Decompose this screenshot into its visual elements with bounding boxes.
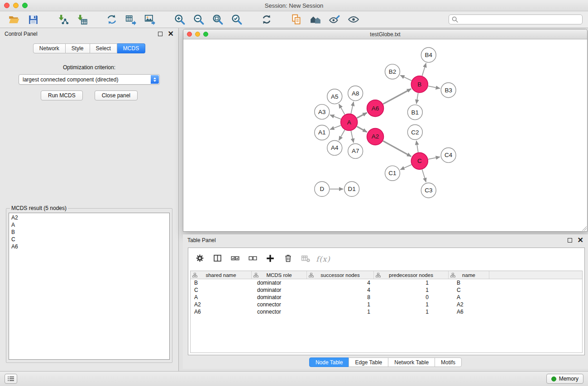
network-node-A5[interactable]: A5	[327, 89, 342, 104]
network-edge-A-A7[interactable]	[351, 131, 354, 143]
network-edge-C-C2[interactable]	[416, 141, 418, 152]
tab-motifs[interactable]: Motifs	[435, 357, 462, 367]
network-window-titlebar[interactable]: testGlobe.txt	[183, 29, 587, 39]
tab-mcds[interactable]: MCDS	[117, 43, 145, 53]
network-minimize-icon[interactable]	[195, 32, 200, 37]
tab-network-table[interactable]: Network Table	[388, 357, 435, 367]
network-node-C4[interactable]: C4	[441, 148, 456, 162]
zoom-selected-button[interactable]	[227, 12, 246, 27]
network-canvas[interactable]: B4B2BB3A5A8A6A3B1AC2A1A2A4A7C4CC1C3DD1	[183, 39, 587, 231]
clear-table-button[interactable]	[299, 252, 312, 266]
network-node-C[interactable]: C	[411, 152, 428, 169]
zoom-out-button[interactable]	[189, 12, 208, 27]
memory-button[interactable]: Memory	[546, 374, 583, 384]
eye-button[interactable]	[344, 12, 363, 27]
column-header-mcds-role[interactable]: MCDS role	[252, 271, 307, 279]
network-edge-B-B3[interactable]	[428, 86, 440, 88]
list-item[interactable]: A2	[9, 214, 169, 221]
column-header-name[interactable]: name	[449, 271, 489, 279]
minimize-window-icon[interactable]	[13, 3, 19, 8]
tab-edge-table[interactable]: Edge Table	[349, 357, 388, 367]
split-columns-button[interactable]	[210, 252, 224, 266]
gear-button[interactable]	[193, 252, 206, 266]
network-edge-A6-B[interactable]	[383, 89, 411, 104]
function-button[interactable]: f(x)	[316, 252, 330, 266]
network-edge-B-B2[interactable]	[400, 75, 411, 81]
mcds-result-list[interactable]: A2ABCA6	[9, 213, 170, 360]
network-node-B[interactable]: B	[411, 76, 428, 93]
network-node-C3[interactable]: C3	[421, 183, 436, 198]
network-node-A7[interactable]: A7	[348, 143, 363, 158]
network-edge-B-B4[interactable]	[422, 63, 426, 76]
network-node-B2[interactable]: B2	[385, 64, 400, 79]
network-edge-C-C1[interactable]	[400, 165, 411, 170]
network-node-C2[interactable]: C2	[407, 125, 422, 140]
zoom-in-button[interactable]	[170, 12, 189, 27]
tab-node-table[interactable]: Node Table	[309, 357, 349, 367]
table-row[interactable]: Cdominator41C	[191, 286, 582, 294]
network-node-A2[interactable]: A2	[367, 129, 384, 145]
network-node-A3[interactable]: A3	[315, 105, 330, 119]
network-edge-A-A4[interactable]	[339, 130, 345, 140]
list-item[interactable]: C	[9, 236, 169, 243]
resize-grip[interactable]	[581, 225, 587, 231]
column-header-predecessor-nodes[interactable]: predecessor nodes	[374, 271, 449, 279]
zoom-window-icon[interactable]	[22, 3, 28, 8]
list-item[interactable]: B	[9, 229, 169, 236]
network-edge-A-A2[interactable]	[357, 126, 367, 132]
export-network-button[interactable]	[102, 12, 121, 27]
import-network-button[interactable]	[53, 12, 72, 27]
network-node-D[interactable]: D	[315, 181, 330, 196]
list-item[interactable]: A	[9, 221, 169, 229]
network-edge-A-A5[interactable]	[339, 104, 345, 114]
network-edge-C-C4[interactable]	[428, 157, 440, 159]
run-mcds-button[interactable]: Run MCDS	[41, 91, 83, 100]
network-edge-C-C3[interactable]	[422, 169, 426, 182]
network-zoom-icon[interactable]	[203, 32, 208, 37]
network-edge-A-A3[interactable]	[330, 115, 341, 119]
tab-network[interactable]: Network	[33, 43, 66, 53]
export-image-button[interactable]	[140, 12, 159, 27]
select-all-button[interactable]	[228, 252, 242, 266]
network-node-A6[interactable]: A6	[367, 100, 384, 117]
table-row[interactable]: A6connector11A6	[191, 308, 582, 315]
network-node-B4[interactable]: B4	[421, 48, 436, 62]
network-node-D1[interactable]: D1	[344, 181, 359, 196]
tab-style[interactable]: Style	[66, 43, 90, 53]
houses-button[interactable]	[306, 12, 325, 27]
close-panel-button[interactable]: Close panel	[95, 91, 138, 100]
add-row-button[interactable]	[263, 252, 277, 266]
table-row[interactable]: Bdominator41B	[191, 279, 582, 286]
network-edge-A2-C[interactable]	[383, 141, 411, 156]
list-item[interactable]: A6	[9, 243, 169, 250]
column-header-successor-nodes[interactable]: successor nodes	[307, 271, 374, 279]
tab-select[interactable]: Select	[90, 43, 117, 53]
eye-pencil-button[interactable]	[325, 12, 344, 27]
open-folder-button[interactable]	[5, 12, 24, 27]
float-panel-icon[interactable]	[158, 32, 163, 36]
network-node-A[interactable]: A	[341, 114, 358, 131]
table-row[interactable]: A2connector11A2	[191, 301, 582, 308]
network-node-A4[interactable]: A4	[327, 140, 342, 155]
optimization-criterion-select[interactable]: largest connected component (directed)	[19, 74, 160, 85]
unselect-all-button[interactable]	[246, 252, 259, 266]
task-history-icon[interactable]	[5, 374, 17, 384]
network-edge-A-A6[interactable]	[357, 113, 367, 118]
network-close-icon[interactable]	[187, 32, 192, 37]
close-panel-icon[interactable]: ✕	[168, 30, 174, 38]
documents-button[interactable]	[287, 12, 306, 27]
network-node-B1[interactable]: B1	[407, 105, 422, 120]
search-input[interactable]	[449, 14, 583, 24]
network-node-C1[interactable]: C1	[385, 166, 400, 181]
network-node-B3[interactable]: B3	[441, 83, 456, 98]
network-edge-B-B1[interactable]	[416, 93, 418, 104]
column-header-shared-name[interactable]: shared name	[191, 271, 252, 279]
network-edge-A-A8[interactable]	[351, 102, 354, 114]
save-disk-button[interactable]	[24, 12, 43, 27]
refresh-layout-button[interactable]	[257, 12, 276, 27]
table-row[interactable]: Adominator80A	[191, 294, 582, 301]
import-table-button[interactable]	[72, 12, 91, 27]
delete-row-button[interactable]	[281, 252, 295, 266]
export-table-button[interactable]	[121, 12, 140, 27]
table-close-panel-icon[interactable]: ✕	[578, 237, 583, 244]
